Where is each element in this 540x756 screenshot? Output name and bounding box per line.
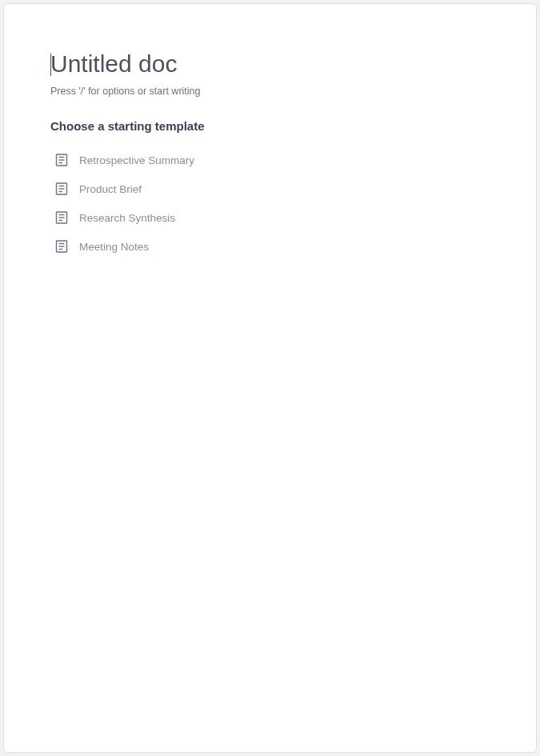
template-item-label: Meeting Notes — [79, 241, 149, 253]
document-page: Untitled doc Press '/' for options or st… — [3, 3, 537, 753]
template-list: Retrospective Summary Product Brief — [50, 146, 490, 261]
document-icon — [55, 240, 68, 253]
document-icon — [55, 211, 68, 224]
document-title-input[interactable]: Untitled doc — [50, 50, 177, 78]
document-icon — [55, 154, 68, 166]
template-item-meeting-notes[interactable]: Meeting Notes — [55, 232, 490, 261]
editor-hint-text: Press '/' for options or start writing — [50, 86, 490, 97]
document-icon — [55, 182, 68, 195]
template-item-research-synthesis[interactable]: Research Synthesis — [55, 203, 490, 232]
template-item-label: Product Brief — [79, 183, 142, 195]
template-item-retrospective-summary[interactable]: Retrospective Summary — [55, 146, 490, 174]
template-item-label: Retrospective Summary — [79, 154, 194, 166]
template-item-label: Research Synthesis — [79, 212, 175, 224]
templates-heading: Choose a starting template — [50, 119, 490, 133]
template-item-product-brief[interactable]: Product Brief — [55, 174, 490, 203]
